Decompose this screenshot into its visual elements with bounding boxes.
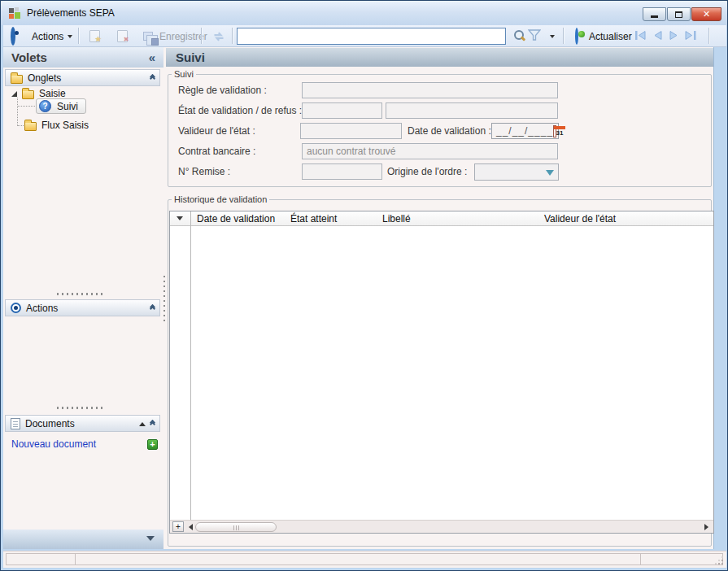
column-header[interactable]: Valideur de l'état: [544, 213, 616, 224]
onglets-tree: Saisie ? Suivi Flux Saisis: [3, 86, 163, 135]
target-icon: [11, 27, 15, 46]
search-input[interactable]: [237, 28, 506, 45]
valideur-input[interactable]: [300, 123, 402, 139]
new-document-link[interactable]: Nouveau document: [11, 438, 147, 450]
section-label: Documents: [25, 418, 134, 429]
delete-icon: [117, 30, 128, 42]
nav-last-icon[interactable]: [685, 30, 697, 41]
actions-menu-button[interactable]: Actions: [28, 28, 76, 45]
new-item-button[interactable]: [84, 28, 105, 45]
collapse-section-icon[interactable]: [150, 421, 155, 426]
etat-libelle-input[interactable]: [386, 102, 558, 119]
column-header[interactable]: Date de validation: [197, 213, 275, 224]
scroll-right-button[interactable]: [703, 521, 713, 532]
contrat-label: Contrat bancaire :: [178, 146, 255, 157]
save-icon: [143, 32, 153, 41]
toolbar-separator: [708, 28, 709, 44]
delete-button[interactable]: [111, 28, 133, 45]
column-header[interactable]: État atteint: [290, 213, 337, 224]
save-button[interactable]: [140, 28, 156, 45]
record-navigator: [634, 30, 697, 41]
main-header: Suivi: [166, 48, 713, 67]
window-title: Prélèvements SEPA: [27, 7, 115, 19]
arrow-left-icon: [185, 524, 193, 530]
table-header-row: Date de validation État atteint Libellé …: [170, 211, 713, 226]
nav-first-icon[interactable]: [634, 30, 647, 41]
column-header[interactable]: Libellé: [382, 213, 411, 224]
sidebar-header: Volets «: [3, 47, 163, 68]
section-header-onglets[interactable]: Onglets: [5, 69, 160, 86]
remise-label: N° Remise :: [178, 166, 230, 177]
actualiser-button[interactable]: Actualiser: [589, 31, 632, 42]
scroll-down-icon[interactable]: [146, 536, 155, 545]
contrat-value: aucun contrat trouvé: [307, 146, 395, 157]
folder-icon: [24, 122, 37, 131]
status-cell-divider: [75, 554, 76, 564]
scrollbar-thumb[interactable]: [195, 522, 277, 532]
section-label: Onglets: [28, 72, 146, 84]
page-title: Suivi: [176, 50, 205, 64]
tree-item-label: Saisie: [39, 88, 66, 99]
target-icon: [11, 303, 21, 313]
scroll-up-icon[interactable]: [139, 419, 146, 426]
calendar-icon[interactable]: 31: [553, 125, 556, 137]
date-validation-field[interactable]: __/__/____ 31: [491, 123, 559, 139]
section-header-actions[interactable]: Actions: [5, 299, 160, 316]
save-label[interactable]: Enregistrer: [159, 31, 207, 42]
status-cell-divider: [640, 554, 641, 564]
section-header-documents[interactable]: Documents: [5, 415, 160, 432]
date-validation-label: Date de validation :: [408, 125, 491, 137]
filter-dropdown-icon[interactable]: [550, 35, 555, 41]
splitter-handle[interactable]: [57, 293, 104, 295]
status-bar: [3, 551, 726, 568]
main-panel: Suivi Suivi Règle de validation : État d…: [166, 47, 713, 549]
splitter-handle[interactable]: [57, 407, 104, 409]
filter-icon[interactable]: [528, 29, 541, 45]
collapse-panel-icon[interactable]: «: [149, 53, 155, 63]
add-row-button[interactable]: +: [172, 521, 184, 532]
sidebar-bottom-bar[interactable]: [3, 530, 163, 549]
horizontal-scrollbar: +: [170, 520, 713, 533]
contrat-input[interactable]: aucun contrat trouvé: [302, 143, 558, 159]
regle-label: Règle de validation :: [178, 85, 267, 96]
date-mask-value: __/__/____: [496, 125, 553, 137]
toolbar-separator: [563, 28, 564, 44]
refresh-icon: [212, 30, 225, 43]
tree-item-label: Flux Saisis: [41, 120, 89, 131]
origine-dropdown[interactable]: [474, 163, 559, 181]
vertical-splitter-handle[interactable]: [163, 276, 165, 323]
minimize-button[interactable]: [643, 7, 666, 21]
collapse-section-icon[interactable]: [150, 305, 155, 311]
groupbox-legend: Historique de validation: [172, 194, 269, 204]
chevron-down-icon: [546, 170, 554, 180]
nav-previous-icon[interactable]: [652, 30, 663, 41]
column-divider: [190, 211, 191, 533]
title-bar[interactable]: Prélèvements SEPA ✕: [1, 1, 727, 25]
tree-item-saisie[interactable]: Saisie: [11, 88, 66, 99]
tree-item-flux-saisis[interactable]: Flux Saisis: [24, 120, 89, 131]
application-window: Prélèvements SEPA ✕ Actions Enregistrer: [0, 0, 728, 571]
plus-icon[interactable]: +: [147, 439, 158, 450]
documents-list: Nouveau document +: [11, 438, 158, 450]
scroll-left-button[interactable]: [184, 521, 194, 532]
maximize-button[interactable]: [667, 7, 691, 21]
regle-input[interactable]: [302, 82, 558, 98]
remise-input[interactable]: [302, 163, 382, 180]
resize-grip[interactable]: [715, 556, 723, 564]
nav-next-icon[interactable]: [669, 30, 679, 41]
sidebar-title: Volets: [11, 50, 149, 64]
row-selector-icon[interactable]: [177, 216, 183, 224]
close-button[interactable]: ✕: [691, 7, 721, 21]
arrow-right-icon: [704, 524, 712, 530]
tree-item-label: Suivi: [57, 101, 78, 112]
valideur-label: Valideur de l'état :: [178, 125, 255, 137]
actualiser-icon[interactable]: [575, 28, 578, 45]
historique-table: Date de validation État atteint Libellé …: [169, 211, 714, 534]
tree-connector: [17, 98, 18, 126]
refresh-button[interactable]: [208, 28, 229, 45]
scrollbar-track[interactable]: [194, 521, 703, 533]
collapse-section-icon[interactable]: [150, 75, 155, 81]
tree-connector: [17, 106, 37, 107]
etat-code-input[interactable]: [302, 102, 382, 119]
tree-expander-icon[interactable]: [11, 91, 17, 97]
